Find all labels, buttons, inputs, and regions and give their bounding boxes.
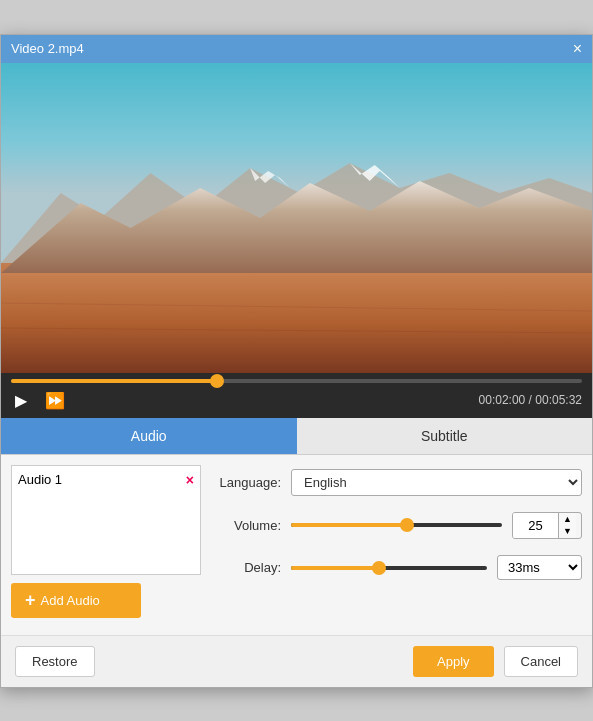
audio-item-name: Audio 1 [18,472,62,487]
list-item: Audio 1 × [18,472,194,488]
controls-bar: ▶ ⏩ 00:02:00 / 00:05:32 [1,385,592,418]
volume-slider-track[interactable] [291,523,502,527]
volume-input[interactable] [513,513,558,539]
volume-slider-thumb [400,518,414,532]
language-row: Language: English French Spanish German … [211,469,582,496]
video-preview [1,63,592,373]
content-area: Audio 1 × + Add Audio Language: English … [1,455,592,635]
delay-slider-thumb [372,561,386,575]
volume-spinbox: ▲ ▼ [512,512,582,540]
audio-list-box: Audio 1 × [11,465,201,575]
controls-left: ▶ ⏩ [11,389,69,412]
tabs-container: Audio Subtitle [1,418,592,455]
volume-row: Volume: ▲ ▼ [211,512,582,540]
restore-button[interactable]: Restore [15,646,95,677]
fastforward-button[interactable]: ⏩ [41,389,69,412]
progress-thumb [210,374,224,388]
apply-button[interactable]: Apply [413,646,494,677]
current-time: 00:02:00 [479,393,526,407]
add-audio-button[interactable]: + Add Audio [11,583,141,618]
time-display: 00:02:00 / 00:05:32 [479,393,582,407]
settings-panel: Language: English French Spanish German … [211,465,582,625]
play-button[interactable]: ▶ [11,389,31,412]
svg-rect-5 [1,273,592,373]
spin-arrows: ▲ ▼ [558,513,576,539]
tab-subtitle[interactable]: Subtitle [297,418,593,454]
delay-row: Delay: 0ms 10ms 20ms 33ms 50ms 100ms [211,555,582,580]
add-audio-label: Add Audio [41,593,100,608]
close-button[interactable]: × [573,41,582,57]
window-title: Video 2.mp4 [11,41,84,56]
language-select[interactable]: English French Spanish German Japanese [291,469,582,496]
progress-track[interactable] [11,379,582,383]
footer-right: Apply Cancel [413,646,578,677]
title-bar: Video 2.mp4 × [1,35,592,63]
volume-slider-fill [291,523,407,527]
volume-up-arrow[interactable]: ▲ [559,513,576,526]
footer-bar: Restore Apply Cancel [1,635,592,687]
footer-left: Restore [15,646,95,677]
audio-list-panel: Audio 1 × + Add Audio [11,465,201,625]
main-window: Video 2.mp4 × [0,34,593,688]
volume-label: Volume: [211,518,281,533]
delay-select[interactable]: 0ms 10ms 20ms 33ms 50ms 100ms [497,555,582,580]
progress-bar-container [1,373,592,385]
delay-label: Delay: [211,560,281,575]
remove-audio-button[interactable]: × [186,472,194,488]
progress-fill [11,379,217,383]
language-label: Language: [211,475,281,490]
cancel-button[interactable]: Cancel [504,646,578,677]
plus-icon: + [25,590,36,611]
delay-slider-fill [291,566,379,570]
total-time: 00:05:32 [535,393,582,407]
tab-audio[interactable]: Audio [1,418,297,454]
volume-down-arrow[interactable]: ▼ [559,525,576,538]
delay-slider-track[interactable] [291,566,487,570]
